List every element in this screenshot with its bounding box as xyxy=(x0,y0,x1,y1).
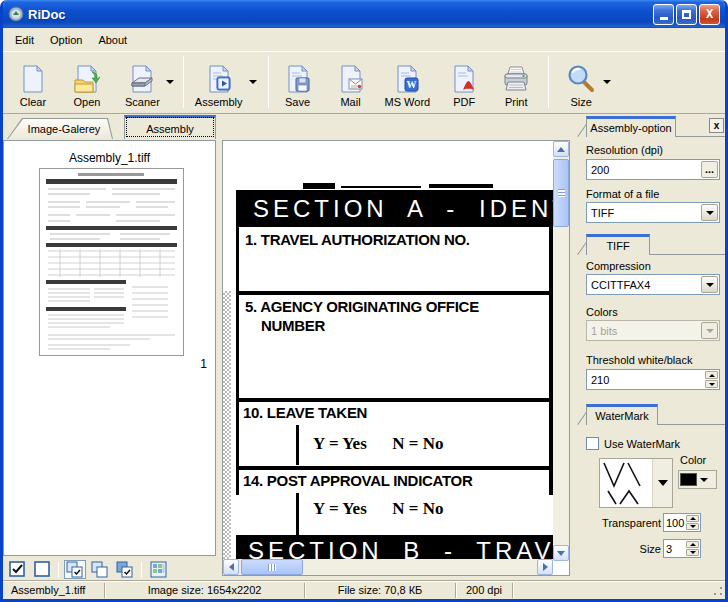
horizontal-scroll-thumb[interactable] xyxy=(241,559,303,575)
scaner-dropdown-button[interactable] xyxy=(164,55,176,109)
uncheck-all-button[interactable] xyxy=(31,560,53,579)
main-tabstrip: Image-Galerey Assembly xyxy=(3,114,573,139)
toolbar-separator xyxy=(58,562,59,578)
thumbnail-view-button[interactable] xyxy=(147,560,169,579)
vertical-scroll-thumb[interactable] xyxy=(553,159,569,227)
select-pages-button[interactable] xyxy=(89,560,111,579)
menu-option[interactable]: Option xyxy=(42,32,90,48)
vertical-scrollbar[interactable] xyxy=(553,141,569,561)
tab-assembly[interactable]: Assembly xyxy=(124,115,216,139)
transparent-spinner[interactable]: 100 xyxy=(663,513,701,532)
spin-up-button[interactable] xyxy=(686,541,699,548)
resolution-field[interactable]: 200 ... xyxy=(586,159,720,180)
preview-panel: SECTION A - IDENTIFIC 1. TRAVEL AUTHORIZ… xyxy=(222,140,570,576)
pdf-button[interactable]: PDF xyxy=(444,55,484,109)
format-dropdown-button[interactable] xyxy=(701,204,718,221)
select-pages-checked-button[interactable] xyxy=(64,560,86,579)
chevron-down-icon xyxy=(166,80,174,84)
chevron-down-icon xyxy=(709,383,715,386)
scan-fragment xyxy=(303,183,335,189)
mail-button[interactable]: Mail xyxy=(331,55,371,109)
tab-label: Assembly xyxy=(146,123,194,135)
tab-image-gallery[interactable]: Image-Galerey xyxy=(7,118,113,139)
toolbar-separator xyxy=(548,56,549,108)
form-body-border xyxy=(236,227,553,495)
size-dropdown-button[interactable] xyxy=(601,55,613,109)
form-yes-no-1: Y = Yes N = No xyxy=(313,434,444,454)
chevron-down-icon xyxy=(706,211,714,215)
assembly-dropdown-button[interactable] xyxy=(247,55,259,109)
print-button[interactable]: Print xyxy=(496,55,536,109)
toolbar-separator xyxy=(141,562,142,578)
format-combobox[interactable]: TIFF xyxy=(586,202,720,223)
pages-checked-icon xyxy=(66,561,84,578)
watermark-pattern-combobox[interactable] xyxy=(599,458,673,508)
scroll-left-button[interactable] xyxy=(223,559,239,575)
tab-tiff[interactable]: TIFF xyxy=(586,234,650,255)
scroll-right-button[interactable] xyxy=(537,559,553,575)
toolbar-label: Mail xyxy=(340,96,360,108)
scaner-button[interactable]: Scaner xyxy=(121,55,164,109)
size-button[interactable]: Size xyxy=(561,55,601,109)
toolbar-label: Open xyxy=(74,96,101,108)
size-spin-buttons[interactable] xyxy=(686,541,699,556)
document-preview[interactable]: SECTION A - IDENTIFIC 1. TRAVEL AUTHORIZ… xyxy=(223,141,553,559)
checked-box-icon xyxy=(9,561,26,578)
compression-combobox[interactable]: CCITTFAX4 xyxy=(586,274,720,295)
app-window: RiDoc X Edit Option About Clear Open xyxy=(0,0,728,602)
main-toolbar: Clear Open Scaner xyxy=(3,51,725,114)
scan-fragment xyxy=(429,184,493,188)
menu-about[interactable]: About xyxy=(90,32,135,48)
tab-label: WaterMark xyxy=(595,410,648,422)
size-spinner[interactable]: 3 xyxy=(663,539,701,558)
chevron-down-icon xyxy=(557,551,565,556)
scroll-up-button[interactable] xyxy=(553,141,569,157)
close-button[interactable]: X xyxy=(699,4,720,25)
format-value: TIFF xyxy=(587,207,701,219)
tab-assembly-option[interactable]: Assembly-option xyxy=(586,116,676,137)
invert-selection-button[interactable] xyxy=(114,560,136,579)
tab-label: Assembly-option xyxy=(590,122,671,134)
assembly-button[interactable]: Assembly xyxy=(191,55,247,109)
tab-label: TIFF xyxy=(606,240,629,252)
msword-button[interactable]: W MS Word xyxy=(381,55,435,109)
minimize-button[interactable] xyxy=(653,4,674,25)
form-item-1: 1. TRAVEL AUTHORIZATION NO. xyxy=(245,231,470,248)
check-all-button[interactable] xyxy=(6,560,28,579)
spin-down-button[interactable] xyxy=(686,523,699,530)
size-value[interactable]: 3 xyxy=(664,543,686,555)
chevron-down-icon xyxy=(690,551,696,554)
colors-value: 1 bits xyxy=(587,325,701,337)
resolution-value[interactable]: 200 xyxy=(587,164,701,176)
color-label: Color xyxy=(680,454,706,466)
use-watermark-checkbox[interactable] xyxy=(586,437,599,450)
compression-dropdown-button[interactable] xyxy=(701,276,718,293)
transparent-spin-buttons[interactable] xyxy=(686,515,699,530)
panel-close-button[interactable]: x xyxy=(709,118,724,133)
transparent-value[interactable]: 100 xyxy=(664,517,686,529)
document-thumbnail[interactable] xyxy=(39,168,184,356)
resolution-browse-button[interactable]: ... xyxy=(701,161,718,178)
pattern-dropdown-button[interactable] xyxy=(652,459,672,507)
clear-button[interactable]: Clear xyxy=(13,55,53,109)
chevron-down-icon xyxy=(706,283,714,287)
spin-up-button[interactable] xyxy=(705,371,718,379)
form-item-14: 14. POST APPROVAL INDICATOR xyxy=(243,472,472,489)
scroll-down-button[interactable] xyxy=(553,545,569,561)
spin-up-button[interactable] xyxy=(686,515,699,522)
threshold-value[interactable]: 210 xyxy=(587,374,705,386)
save-button[interactable]: Save xyxy=(278,55,318,109)
maximize-button[interactable] xyxy=(676,4,697,25)
tab-watermark[interactable]: WaterMark xyxy=(586,404,658,425)
thumbnail-caption: Assembly_1.tiff xyxy=(4,151,215,165)
menu-edit[interactable]: Edit xyxy=(7,32,42,48)
horizontal-scrollbar[interactable] xyxy=(223,559,553,575)
threshold-spinner[interactable]: 210 xyxy=(586,369,720,390)
open-button[interactable]: Open xyxy=(67,55,107,109)
empty-box-icon xyxy=(34,561,51,578)
threshold-spin-buttons[interactable] xyxy=(705,371,718,388)
spin-down-button[interactable] xyxy=(686,549,699,556)
watermark-color-combobox[interactable] xyxy=(678,470,717,489)
spin-down-button[interactable] xyxy=(705,380,718,388)
resize-grip[interactable] xyxy=(713,586,723,596)
